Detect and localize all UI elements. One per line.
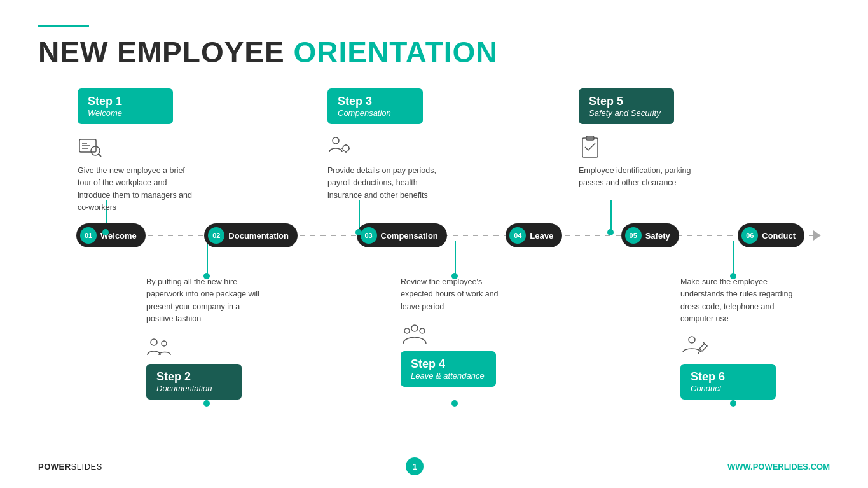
node05-num: 05 [625, 227, 642, 244]
footer: POWERSLIDES 1 WWW.POWERLIDES.COM [38, 457, 830, 475]
node06-num: 06 [741, 227, 758, 244]
step5-card: Step 5 Safety and Security Employee iden… [579, 88, 693, 190]
node06-label: Conduct [762, 231, 796, 241]
title-part2: ORIENTATION [293, 36, 497, 69]
dot4-end [451, 400, 458, 407]
timeline-arrow [813, 230, 821, 241]
step1-name: Welcome [88, 108, 163, 118]
node04-num: 04 [509, 227, 526, 244]
brand-bold: POWER [38, 462, 71, 471]
step4-name: Leave & attendance [411, 371, 486, 380]
step6-badge: Step 6 Conduct [680, 364, 776, 400]
step4-card: Review the employee's expected hours of … [401, 276, 515, 397]
svg-point-15 [162, 341, 167, 346]
step4-num: Step 4 [411, 358, 486, 371]
svg-point-4 [91, 146, 100, 155]
node02-num: 02 [208, 227, 224, 244]
svg-point-17 [404, 328, 410, 333]
step6-card: Make sure the employee understands the r… [680, 276, 795, 410]
step2-num: Step 2 [156, 370, 231, 384]
step5-num: Step 5 [589, 95, 664, 108]
timeline-area: Step 1 Welcome Give the new employee a b… [38, 88, 830, 419]
svg-point-18 [420, 328, 425, 333]
step1-icon [78, 134, 103, 160]
footer-brand-right: WWW.POWERLIDES.COM [727, 462, 830, 471]
step5-desc: Employee identification, parking passes … [579, 165, 693, 190]
step2-card: By putting all the new hire paperwork in… [146, 276, 261, 410]
svg-point-6 [333, 137, 339, 144]
step3-desc: Provide details on pay periods, payroll … [327, 165, 442, 202]
footer-line [38, 456, 830, 456]
footer-page-number: 1 [406, 457, 424, 475]
node05-label: Safety [645, 231, 670, 241]
title-part1: NEW EMPLOYEE [38, 36, 293, 69]
node-02[interactable]: 02 Documentation [204, 223, 298, 247]
step1-num: Step 1 [88, 95, 163, 108]
step2-badge: Step 2 Documentation [146, 364, 242, 400]
node-06[interactable]: 06 Conduct [738, 223, 804, 247]
step6-num: Step 6 [691, 370, 766, 384]
step4-desc: Review the employee's expected hours of … [401, 276, 515, 313]
brand-normal: SLIDES [71, 462, 102, 471]
step3-icon [327, 134, 353, 160]
svg-point-14 [151, 339, 157, 345]
svg-point-19 [689, 337, 695, 343]
node03-label: Compensation [381, 231, 438, 241]
svg-point-16 [411, 325, 418, 331]
node04-label: Leave [530, 231, 553, 241]
node-04[interactable]: 04 Leave [506, 223, 562, 247]
step1-badge: Step 1 Welcome [78, 88, 173, 124]
step1-card: Step 1 Welcome Give the new employee a b… [78, 88, 192, 214]
step3-card: Step 3 Compensation Provide details on p… [327, 88, 442, 202]
page-title: NEW EMPLOYEE ORIENTATION [38, 35, 830, 69]
footer-brand-left: POWERSLIDES [38, 462, 102, 471]
svg-point-7 [343, 145, 349, 151]
step3-num: Step 3 [338, 95, 413, 108]
node-01[interactable]: 01 Welcome [76, 223, 146, 247]
step4-badge: Step 4 Leave & attendance [401, 351, 496, 387]
page: NEW EMPLOYEE ORIENTATION Step 1 Welcome [0, 0, 868, 488]
step6-icon [680, 333, 706, 359]
node02-label: Documentation [228, 231, 289, 241]
dot3-up [355, 229, 362, 235]
step5-icon [579, 134, 604, 160]
step1-desc: Give the new employee a brief tour of th… [78, 165, 192, 214]
step3-name: Compensation [338, 108, 413, 118]
header-accent-line [38, 25, 89, 27]
step2-name: Documentation [156, 384, 231, 393]
step6-desc: Make sure the employee understands the r… [680, 276, 795, 326]
dot1-up [102, 229, 109, 235]
timeline-nodes: 01 Welcome 02 Documentation 03 Compensat… [76, 223, 804, 247]
svg-line-21 [698, 351, 699, 354]
step4-icon [401, 321, 426, 346]
step5-name: Safety and Security [589, 108, 664, 118]
step3-badge: Step 3 Compensation [327, 88, 423, 124]
node-05[interactable]: 05 Safety [621, 223, 679, 247]
node-03[interactable]: 03 Compensation [357, 223, 447, 247]
svg-line-5 [99, 154, 101, 157]
step2-icon [146, 333, 172, 359]
dot5-up [607, 229, 614, 235]
step6-name: Conduct [691, 384, 766, 393]
node01-num: 01 [80, 227, 97, 244]
step5-badge: Step 5 Safety and Security [579, 88, 674, 124]
step2-desc: By putting all the new hire paperwork in… [146, 276, 261, 326]
node03-num: 03 [361, 227, 377, 244]
